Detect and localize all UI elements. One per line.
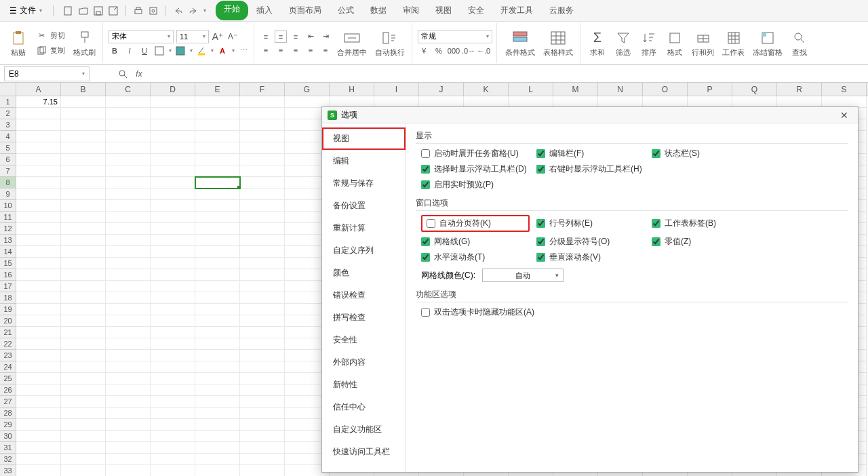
cell[interactable] bbox=[61, 304, 106, 315]
row-header[interactable]: 30 bbox=[0, 431, 16, 442]
find-button[interactable]: 查找 bbox=[788, 28, 811, 59]
font-color-button[interactable]: A bbox=[216, 45, 229, 57]
cell[interactable] bbox=[240, 408, 285, 419]
sidebar-item[interactable]: 重新计算 bbox=[322, 217, 406, 239]
column-header[interactable]: F bbox=[240, 83, 285, 96]
cell[interactable] bbox=[195, 454, 240, 465]
cell[interactable] bbox=[240, 419, 285, 431]
cell[interactable] bbox=[16, 154, 61, 165]
row-header[interactable]: 1 bbox=[0, 96, 16, 108]
align-left-button[interactable]: ≡ bbox=[260, 44, 272, 56]
cell[interactable] bbox=[195, 223, 240, 235]
cell[interactable] bbox=[106, 142, 151, 154]
cell[interactable] bbox=[16, 338, 61, 350]
row-header[interactable]: 19 bbox=[0, 304, 16, 315]
cell[interactable] bbox=[195, 258, 240, 269]
row-header[interactable]: 27 bbox=[0, 396, 16, 408]
cell[interactable] bbox=[151, 304, 195, 315]
cell[interactable] bbox=[240, 189, 285, 200]
cell[interactable] bbox=[16, 108, 61, 119]
row-header[interactable]: 6 bbox=[0, 154, 16, 165]
cell[interactable] bbox=[195, 131, 240, 142]
row-header[interactable]: 18 bbox=[0, 292, 16, 304]
cell[interactable] bbox=[61, 258, 106, 269]
cell[interactable] bbox=[106, 338, 151, 350]
font-name-select[interactable]: 宋体▾ bbox=[108, 30, 174, 43]
auto-page-break-checkbox[interactable]: 自动分页符(K) bbox=[427, 218, 491, 229]
row-header[interactable]: 24 bbox=[0, 361, 16, 373]
increase-decimal-button[interactable]: .0→ bbox=[462, 45, 475, 57]
cell[interactable] bbox=[195, 431, 240, 442]
tab-view[interactable]: 视图 bbox=[427, 1, 460, 20]
row-header[interactable]: 9 bbox=[0, 189, 16, 200]
cell[interactable] bbox=[106, 258, 151, 269]
cell[interactable] bbox=[151, 131, 195, 142]
taskpane-checkbox[interactable]: 启动时展开任务窗格(U) bbox=[421, 148, 530, 159]
cell[interactable] bbox=[16, 431, 61, 442]
cell[interactable] bbox=[240, 269, 285, 281]
open-icon[interactable] bbox=[78, 5, 89, 16]
cell[interactable] bbox=[240, 200, 285, 212]
tab-review[interactable]: 审阅 bbox=[395, 1, 427, 20]
cell[interactable] bbox=[151, 235, 195, 246]
cell[interactable] bbox=[61, 384, 106, 396]
cell[interactable] bbox=[106, 131, 151, 142]
sidebar-item[interactable]: 安全性 bbox=[322, 329, 406, 351]
column-header[interactable]: L bbox=[509, 83, 553, 96]
sidebar-item[interactable]: 自定义序列 bbox=[322, 239, 406, 262]
row-header[interactable]: 13 bbox=[0, 235, 16, 246]
cell[interactable] bbox=[16, 419, 61, 431]
cell[interactable] bbox=[61, 142, 106, 154]
cell[interactable] bbox=[240, 246, 285, 258]
cell[interactable] bbox=[106, 442, 151, 454]
row-header[interactable]: 28 bbox=[0, 408, 16, 419]
cell[interactable] bbox=[240, 281, 285, 292]
cell[interactable] bbox=[240, 154, 285, 165]
align-right-button[interactable]: ≡ bbox=[290, 44, 302, 56]
sort-button[interactable]: 排序 bbox=[637, 28, 660, 59]
cell[interactable] bbox=[240, 292, 285, 304]
sidebar-item[interactable]: 编辑 bbox=[322, 150, 406, 172]
cell[interactable] bbox=[106, 361, 151, 373]
live-preview-checkbox[interactable]: 启用实时预览(P) bbox=[421, 179, 530, 191]
cell[interactable] bbox=[151, 384, 195, 396]
column-header[interactable]: D bbox=[151, 83, 195, 96]
cell[interactable] bbox=[106, 465, 151, 476]
tab-insert[interactable]: 插入 bbox=[248, 1, 281, 20]
cell[interactable] bbox=[61, 108, 106, 119]
row-header[interactable]: 5 bbox=[0, 142, 16, 154]
cell[interactable] bbox=[240, 327, 285, 338]
cell[interactable] bbox=[151, 212, 195, 223]
row-header[interactable]: 33 bbox=[0, 465, 16, 476]
cell[interactable] bbox=[16, 223, 61, 235]
redo-icon[interactable] bbox=[188, 5, 199, 16]
column-header[interactable]: G bbox=[285, 83, 330, 96]
dbl-hide-checkbox[interactable]: 双击选项卡时隐藏功能区(A) bbox=[421, 306, 848, 318]
filter-button[interactable]: 筛选 bbox=[612, 28, 635, 59]
column-header[interactable]: J bbox=[419, 83, 464, 96]
cell[interactable] bbox=[16, 465, 61, 476]
cell[interactable] bbox=[151, 200, 195, 212]
column-header[interactable]: B bbox=[61, 83, 106, 96]
cell[interactable] bbox=[16, 281, 61, 292]
cell[interactable] bbox=[16, 212, 61, 223]
copy-button[interactable]: 复制 bbox=[33, 44, 68, 58]
cell[interactable] bbox=[151, 350, 195, 361]
cell[interactable] bbox=[61, 292, 106, 304]
sel-float-checkbox[interactable]: 选择时显示浮动工具栏(D) bbox=[421, 163, 530, 175]
grid-color-select[interactable]: 自动 bbox=[482, 269, 564, 282]
cell[interactable] bbox=[16, 454, 61, 465]
cell[interactable] bbox=[195, 327, 240, 338]
cell[interactable] bbox=[240, 119, 285, 131]
cell[interactable] bbox=[16, 315, 61, 327]
cell-fill-button[interactable] bbox=[174, 45, 186, 57]
cell[interactable] bbox=[151, 338, 195, 350]
table-style-button[interactable]: 表格样式 bbox=[540, 28, 576, 59]
comma-button[interactable]: 000 bbox=[448, 45, 460, 57]
column-header[interactable]: K bbox=[464, 83, 509, 96]
column-header[interactable]: N bbox=[598, 83, 643, 96]
cell[interactable] bbox=[16, 396, 61, 408]
cell[interactable] bbox=[151, 258, 195, 269]
cell[interactable] bbox=[151, 327, 195, 338]
statusbar-checkbox[interactable]: 状态栏(S) bbox=[652, 148, 760, 159]
